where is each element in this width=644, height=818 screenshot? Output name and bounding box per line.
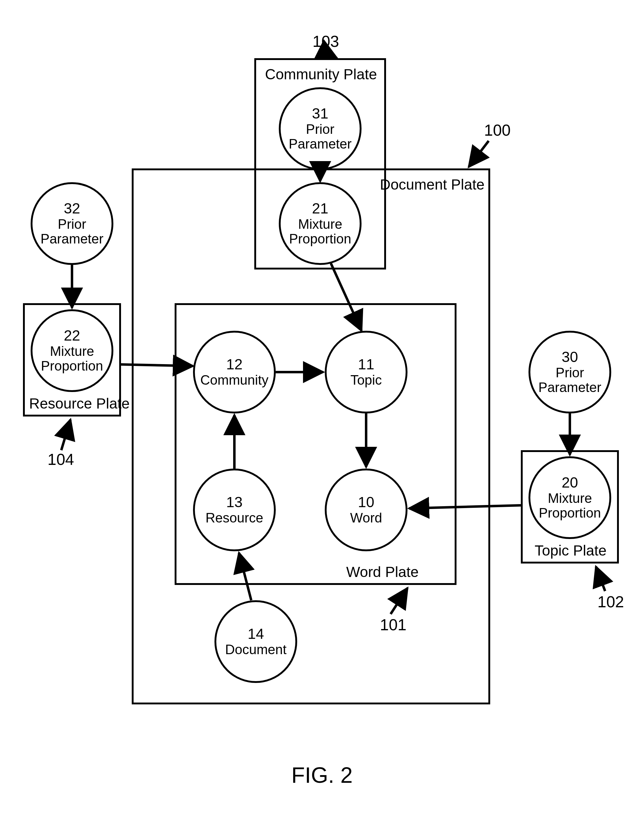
node-12-number: 12: [226, 357, 242, 373]
community-plate-label: Community Plate: [265, 66, 377, 83]
node-32-number: 32: [64, 201, 80, 217]
node-22-number: 22: [64, 328, 80, 344]
ref-104: 104: [48, 450, 74, 469]
node-10-word: 10 Word: [325, 469, 408, 551]
node-11-topic: 11 Topic: [325, 331, 408, 414]
node-14-label: Document: [225, 642, 287, 657]
ref-103: 103: [313, 32, 339, 51]
node-30-prior-parameter: 30 Prior Parameter: [529, 331, 611, 414]
ref-101: 101: [380, 616, 406, 634]
svg-line-12: [61, 420, 71, 450]
node-11-label: Topic: [351, 373, 382, 388]
node-22-mixture-proportion: 22 Mixture Proportion: [31, 309, 113, 392]
node-21-number: 21: [312, 201, 328, 217]
node-30-number: 30: [561, 349, 578, 365]
node-11-number: 11: [358, 357, 374, 373]
resource-plate-label: Resource Plate: [29, 395, 130, 412]
node-31-number: 31: [312, 106, 328, 122]
node-22-label: Mixture Proportion: [32, 344, 112, 374]
node-14-document: 14 Document: [215, 600, 297, 683]
svg-line-10: [325, 52, 337, 58]
svg-line-11: [469, 141, 489, 167]
node-12-label: Community: [200, 373, 269, 388]
diagram-stage: Document Plate Community Plate Word Plat…: [0, 0, 644, 818]
document-plate-label: Document Plate: [380, 176, 485, 193]
node-13-label: Resource: [205, 510, 263, 525]
node-13-resource: 13 Resource: [193, 469, 276, 551]
node-31-prior-parameter: 31 Prior Parameter: [279, 87, 362, 170]
topic-plate-label: Topic Plate: [535, 542, 607, 559]
node-21-mixture-proportion: 21 Mixture Proportion: [279, 182, 362, 265]
node-14-number: 14: [248, 626, 264, 642]
node-30-label: Prior Parameter: [531, 365, 609, 395]
node-10-label: Word: [350, 510, 382, 525]
svg-line-14: [596, 567, 605, 591]
node-20-label: Mixture Proportion: [531, 491, 609, 521]
ref-100: 100: [484, 121, 511, 139]
node-20-mixture-proportion: 20 Mixture Proportion: [529, 456, 611, 539]
node-10-number: 10: [358, 494, 374, 510]
ref-102: 102: [597, 593, 624, 611]
node-21-label: Mixture Proportion: [281, 217, 360, 247]
figure-caption: FIG. 2: [0, 763, 644, 788]
node-31-label: Prior Parameter: [281, 122, 360, 152]
node-20-number: 20: [561, 475, 578, 491]
word-plate-label: Word Plate: [346, 564, 419, 581]
node-32-prior-parameter: 32 Prior Parameter: [31, 182, 113, 265]
node-13-number: 13: [226, 494, 242, 510]
node-32-label: Prior Parameter: [32, 217, 112, 247]
node-12-community: 12 Community: [193, 331, 276, 414]
